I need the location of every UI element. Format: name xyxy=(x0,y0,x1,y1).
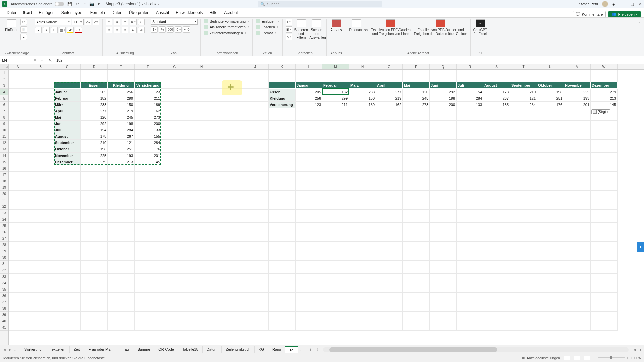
cell[interactable] xyxy=(9,235,27,242)
row-header-6[interactable]: 6 xyxy=(0,102,8,108)
cell[interactable] xyxy=(376,140,403,146)
cell[interactable] xyxy=(242,235,269,242)
cell[interactable] xyxy=(483,267,510,274)
delete-cells-button[interactable]: Löschen xyxy=(255,24,279,29)
cell[interactable]: 233 xyxy=(81,102,108,108)
sheet-next-icon[interactable]: ► xyxy=(8,348,12,352)
cancel-icon[interactable]: ✕ xyxy=(33,58,36,62)
cell[interactable] xyxy=(215,165,242,172)
col-header-A[interactable]: A xyxy=(9,64,27,69)
sort-filter-button[interactable]: Sortieren und Filtern xyxy=(294,19,308,51)
cell[interactable]: 256 xyxy=(108,89,135,95)
cell[interactable] xyxy=(591,229,618,235)
cell[interactable] xyxy=(537,165,564,172)
cell[interactable] xyxy=(349,280,376,286)
cell[interactable] xyxy=(135,235,161,242)
cell[interactable] xyxy=(564,229,591,235)
cell[interactable] xyxy=(215,299,242,305)
row-header-11[interactable]: 11 xyxy=(0,133,8,140)
cell[interactable] xyxy=(349,140,376,146)
cell[interactable] xyxy=(591,172,618,178)
cell[interactable] xyxy=(564,274,591,280)
cell[interactable]: 205 xyxy=(81,89,108,95)
cell[interactable] xyxy=(403,223,430,229)
cell[interactable] xyxy=(9,223,27,229)
cell[interactable]: November xyxy=(54,153,81,159)
maximize-button[interactable]: ▢ xyxy=(630,2,634,6)
row-header-27[interactable]: 27 xyxy=(0,235,8,242)
wrap-text-icon[interactable]: ↩ xyxy=(138,19,145,25)
autosum-icon[interactable]: Σ xyxy=(286,19,292,25)
cell[interactable] xyxy=(430,293,457,299)
row-header-18[interactable]: 18 xyxy=(0,178,8,184)
copy-icon[interactable]: 📋 xyxy=(20,26,27,33)
cell[interactable] xyxy=(483,293,510,299)
cell[interactable] xyxy=(81,223,108,229)
cell[interactable] xyxy=(376,280,403,286)
cell[interactable] xyxy=(9,121,27,127)
cell[interactable] xyxy=(537,242,564,248)
cell[interactable] xyxy=(161,286,188,293)
cell[interactable] xyxy=(161,318,188,324)
cell[interactable] xyxy=(349,248,376,254)
cell[interactable] xyxy=(135,70,161,76)
cell[interactable] xyxy=(9,293,27,299)
select-all-corner[interactable] xyxy=(0,64,9,70)
cell[interactable] xyxy=(269,223,296,229)
cell[interactable] xyxy=(215,242,242,248)
cell[interactable] xyxy=(457,210,483,216)
cell[interactable] xyxy=(161,324,188,331)
cell[interactable] xyxy=(430,210,457,216)
col-header-G[interactable]: G xyxy=(161,64,188,69)
cell[interactable] xyxy=(564,286,591,293)
cell[interactable] xyxy=(188,318,215,324)
cell[interactable] xyxy=(457,254,483,261)
cell[interactable] xyxy=(349,254,376,261)
spreadsheet-grid[interactable]: ABCDEFGHIJKLMNOPQRSTUVW 1234567891011121… xyxy=(0,64,644,345)
cell[interactable] xyxy=(564,121,591,127)
cell[interactable] xyxy=(591,235,618,242)
cell[interactable] xyxy=(9,274,27,280)
cell[interactable] xyxy=(483,248,510,254)
cell[interactable] xyxy=(349,172,376,178)
cell[interactable] xyxy=(27,146,54,153)
font-size-combo[interactable]: 11▾ xyxy=(72,19,84,25)
col-header-O[interactable]: O xyxy=(376,64,403,69)
cell[interactable] xyxy=(215,216,242,223)
cell[interactable] xyxy=(81,216,108,223)
cell[interactable] xyxy=(591,140,618,146)
cell[interactable] xyxy=(135,267,161,274)
cell[interactable] xyxy=(376,210,403,216)
cell[interactable] xyxy=(403,293,430,299)
cell[interactable] xyxy=(161,274,188,280)
cell[interactable] xyxy=(135,210,161,216)
ribbon-tab-acrobat[interactable]: Acrobat xyxy=(221,9,241,17)
cell[interactable] xyxy=(9,267,27,274)
cell[interactable] xyxy=(54,203,81,210)
cell[interactable] xyxy=(591,203,618,210)
cell[interactable] xyxy=(269,191,296,197)
cell[interactable] xyxy=(564,133,591,140)
cell[interactable] xyxy=(161,153,188,159)
cell[interactable] xyxy=(591,261,618,267)
cell[interactable] xyxy=(215,229,242,235)
cell[interactable] xyxy=(510,261,537,267)
cell[interactable] xyxy=(296,133,322,140)
cell[interactable] xyxy=(403,210,430,216)
cell[interactable] xyxy=(215,153,242,159)
cell[interactable]: Januar xyxy=(54,89,81,95)
cell[interactable] xyxy=(510,274,537,280)
page-break-view-icon[interactable] xyxy=(584,356,590,360)
cell[interactable] xyxy=(483,274,510,280)
cell[interactable] xyxy=(376,293,403,299)
col-header-W[interactable]: W xyxy=(591,64,618,69)
cell[interactable] xyxy=(188,286,215,293)
cell[interactable] xyxy=(54,172,81,178)
cell[interactable] xyxy=(349,121,376,127)
cell[interactable] xyxy=(188,159,215,165)
cell[interactable] xyxy=(9,165,27,172)
cell[interactable] xyxy=(27,165,54,172)
row-header-40[interactable]: 40 xyxy=(0,318,8,324)
cell[interactable]: 299 xyxy=(322,95,349,102)
cell[interactable] xyxy=(161,172,188,178)
